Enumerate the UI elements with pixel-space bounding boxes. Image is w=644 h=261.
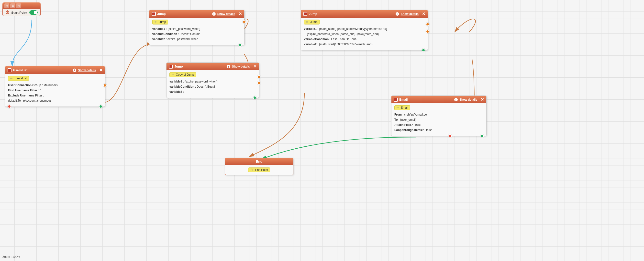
email-row-4: Loop through items? : false — [394, 128, 483, 132]
stop-icon — [8, 68, 12, 72]
end-title: End — [256, 160, 262, 164]
jump1-header: Jump i Show details ✕ — [150, 10, 244, 18]
info-icon: i — [73, 69, 76, 72]
dot-orange-j2-1 — [257, 75, 261, 79]
jump1-row-1: variable1 : {expire_password_when} — [152, 27, 241, 31]
jump3-close[interactable]: ✕ — [422, 12, 425, 16]
end-node: End ⏻ End Point — [225, 158, 294, 175]
jump2-tag[interactable]: ✏ Copy of Jump — [170, 72, 196, 77]
pencil-icon: ✏ — [10, 77, 13, 80]
jump3-node: Jump i Show details ✕ ✏ Jump variable1 :… — [301, 10, 428, 51]
users-list-row-3: Exclude Username Filter : — [8, 93, 102, 98]
jump3-show-details[interactable]: i Show details — [396, 12, 418, 16]
email-row-1: From : crshftp@gmail.com — [394, 112, 483, 117]
jump3-title: Jump — [309, 12, 317, 16]
users-list-header: UsersList i Show details ✕ — [5, 66, 105, 74]
email-close[interactable]: ✕ — [481, 97, 484, 102]
jump2-body: ✏ Copy of Jump variable1 : {expire_passw… — [166, 70, 259, 98]
workflow-canvas[interactable]: ⊞ ▦ ⊡ ⏻ Start Point UsersList i Show det… — [0, 0, 644, 261]
dot-green-j2 — [253, 96, 256, 99]
users-list-title: UsersList — [13, 68, 28, 72]
stop-icon-j3 — [304, 12, 307, 16]
toolbar-icon-3[interactable]: ⊡ — [16, 4, 21, 8]
email-body: ✏ Email From : crshftp@gmail.com To : {u… — [392, 103, 486, 136]
toolbar-icon-2[interactable]: ▦ — [10, 4, 15, 8]
users-list-row-1: User Connection Group : MainUsers — [8, 83, 102, 87]
jump1-row-3: variable2 : expire_password_when — [152, 37, 241, 41]
jump3-tag[interactable]: ✏ Jump — [304, 20, 320, 25]
jump2-row-2: variableCondition : Doesn't Equal — [170, 85, 256, 89]
jump2-header: Jump i Show details ✕ — [166, 63, 259, 70]
jump3-header: Jump i Show details ✕ — [301, 10, 428, 18]
users-list-tag[interactable]: ✏ UsersList — [8, 76, 29, 81]
power-icon: ⏻ — [6, 10, 9, 15]
dot-green-j1 — [238, 43, 242, 47]
dot-green-email — [480, 134, 484, 138]
jump2-row-1: variable1 : {expire_password_when} — [170, 79, 256, 84]
start-point-label: Start Point — [11, 11, 28, 15]
email-row-3: Attach Files? : false — [394, 123, 483, 127]
dot-green-j3 — [422, 49, 425, 52]
jump3-row-1b: {expire_password_when}{parse_end}-{now}{… — [304, 32, 425, 36]
dot-orange-j3-2 — [426, 30, 429, 33]
jump1-close[interactable]: ✕ — [239, 12, 242, 16]
dot-orange-users — [103, 84, 106, 87]
end-body: ⏻ End Point — [225, 165, 293, 175]
toolbar-icon-1[interactable]: ⊞ — [4, 4, 9, 8]
jump2-title: Jump — [174, 65, 183, 68]
email-tag[interactable]: ✏ Email — [394, 105, 410, 110]
dot-orange-j1-top — [242, 20, 246, 24]
email-title: Email — [399, 98, 408, 101]
dot-red-email — [448, 134, 452, 138]
jump3-row-2: variableCondition : Less Than Or Equal — [304, 37, 425, 41]
jump3-row-3: variable2 : {math_start}1000*60*60*24*7{… — [304, 42, 425, 47]
stop-icon-j2 — [169, 65, 173, 69]
jump1-node: Jump i Show details ✕ ✏ Jump variable1 :… — [149, 10, 244, 45]
jump3-body: ✏ Jump variable1 : {math_start:l}{parse_… — [301, 18, 428, 50]
dot-orange-j3-1 — [426, 23, 429, 26]
jump1-row-2: variableCondition : Doesn't Contain — [152, 32, 241, 36]
email-node: Email i Show details ✕ ✏ Email From : cr… — [391, 96, 486, 136]
email-header: Email i Show details ✕ — [392, 96, 486, 103]
jump1-body: ✏ Jump variable1 : {expire_password_when… — [150, 18, 244, 45]
start-point-node: ⊞ ▦ ⊡ ⏻ Start Point — [2, 3, 40, 16]
jump3-row-1: variable1 : {math_start:l}{parse_start:M… — [304, 27, 425, 31]
users-list-row-4: default,TempAccount,anonymous — [8, 98, 102, 103]
end-tag[interactable]: ⏻ End Point — [248, 167, 270, 172]
email-row-2: To : {user_email} — [394, 118, 483, 122]
jump1-show-details[interactable]: i Show details — [212, 12, 235, 16]
users-list-row-2: Find Username Filter : * — [8, 88, 102, 93]
jump2-close[interactable]: ✕ — [253, 64, 256, 69]
stop-icon-j1 — [152, 12, 156, 16]
dot-orange-j2-2 — [257, 81, 261, 85]
users-list-node: UsersList i Show details ✕ ✏ UsersList U… — [5, 66, 105, 107]
jump2-row-3: variable2 : — [170, 90, 256, 94]
start-toggle[interactable] — [29, 10, 38, 15]
dot-red-users — [8, 105, 11, 108]
jump2-show-details[interactable]: i Show details — [227, 65, 250, 68]
email-show-details[interactable]: i Show details — [454, 98, 477, 101]
users-list-close[interactable]: ✕ — [99, 68, 102, 73]
users-list-show-details[interactable]: i Show details — [73, 69, 96, 72]
jump1-tag[interactable]: ✏ Jump — [152, 20, 168, 25]
zoom-indicator: Zoom : 100% — [2, 255, 20, 258]
stop-icon-email — [394, 98, 398, 102]
jump2-node: Jump i Show details ✕ ✏ Copy of Jump var… — [166, 62, 259, 98]
jump1-title: Jump — [157, 12, 166, 16]
dot-green-users — [99, 105, 102, 108]
end-header: End — [225, 158, 293, 165]
users-list-body: ✏ UsersList User Connection Group : Main… — [5, 74, 105, 107]
